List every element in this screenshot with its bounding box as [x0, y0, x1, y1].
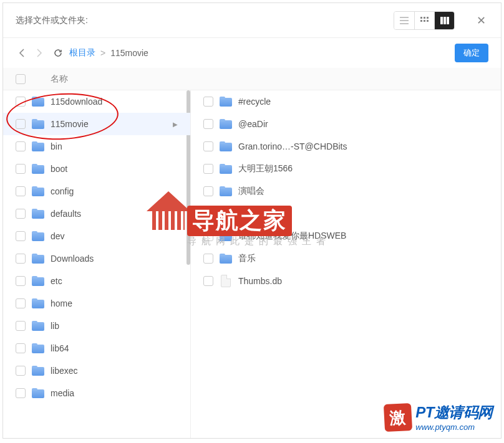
folder-icon — [32, 343, 44, 353]
row-checkbox[interactable] — [203, 209, 213, 219]
left-row-3[interactable]: boot — [3, 158, 190, 180]
row-label: libexec — [51, 366, 178, 376]
row-checkbox[interactable] — [16, 164, 26, 174]
folder-icon — [32, 276, 44, 286]
nav-forward-button[interactable] — [33, 47, 46, 59]
row-label: home — [51, 298, 178, 308]
right-row-8[interactable]: Thumbs.db — [191, 270, 501, 292]
left-row-8[interactable]: etc — [3, 270, 190, 292]
row-checkbox[interactable] — [203, 164, 213, 174]
left-row-12[interactable]: libexec — [3, 360, 190, 382]
left-row-2[interactable]: bin — [3, 135, 190, 158]
left-row-4[interactable]: config — [3, 180, 190, 202]
left-row-5[interactable]: defaults — [3, 202, 190, 225]
left-row-1[interactable]: 115movie▶ — [3, 113, 190, 135]
row-label: 演唱会 — [238, 186, 488, 197]
row-label: bin — [51, 141, 178, 151]
row-checkbox[interactable] — [203, 254, 213, 264]
dialog-title: 选择文件或文件夹: — [16, 15, 394, 26]
svg-rect-8 — [427, 20, 429, 22]
folder-icon — [220, 141, 232, 151]
left-row-6[interactable]: dev — [3, 225, 190, 247]
left-row-13[interactable]: media — [3, 382, 190, 404]
left-row-7[interactable]: Downloads — [3, 247, 190, 270]
row-checkbox[interactable] — [16, 321, 26, 331]
row-checkbox[interactable] — [203, 119, 213, 129]
row-checkbox[interactable] — [203, 186, 213, 196]
svg-rect-5 — [427, 17, 429, 19]
svg-rect-10 — [443, 17, 446, 24]
row-label: Thumbs.db — [238, 276, 488, 286]
confirm-button[interactable]: 确定 — [455, 44, 488, 62]
row-checkbox[interactable] — [16, 254, 26, 264]
right-row-2[interactable]: Gran.torino…-ST@CHDBits — [191, 135, 501, 158]
left-row-9[interactable]: home — [3, 292, 190, 315]
close-button[interactable]: ✕ — [473, 13, 488, 28]
left-row-10[interactable]: lib — [3, 315, 190, 337]
row-checkbox[interactable] — [16, 298, 26, 308]
row-checkbox[interactable] — [16, 209, 26, 219]
right-row-1[interactable]: @eaDir — [191, 113, 501, 135]
row-label: lib64 — [51, 343, 178, 353]
left-row-0[interactable]: 115download — [3, 90, 190, 113]
row-checkbox[interactable] — [16, 231, 26, 241]
view-toggle-group — [394, 11, 455, 30]
chevron-right-icon — [36, 49, 42, 57]
content-area: 115download115movie▶binbootconfigdefault… — [3, 90, 501, 438]
row-label: Gran.torino…-ST@CHDBits — [238, 141, 488, 151]
view-columns-button[interactable] — [434, 12, 454, 29]
row-label: config — [51, 186, 178, 196]
folder-icon — [220, 231, 232, 241]
left-row-11[interactable]: lib64 — [3, 337, 190, 360]
row-label: 115movie — [51, 119, 169, 129]
folder-icon — [220, 119, 232, 129]
view-grid-button[interactable] — [414, 12, 434, 29]
folder-icon — [32, 141, 44, 151]
row-checkbox[interactable] — [203, 276, 213, 286]
right-row-7[interactable]: 音乐 — [191, 247, 501, 270]
row-label: 音乐 — [238, 253, 488, 264]
breadcrumb-separator: > — [100, 48, 105, 58]
row-checkbox[interactable] — [16, 97, 26, 107]
row-label: @eaDir — [238, 119, 488, 129]
toolbar: 根目录 > 115movie 确定 — [3, 38, 501, 68]
row-label: etc — [51, 276, 178, 286]
column-header-row: 名称 — [3, 68, 501, 90]
right-row-6[interactable]: 谁都知道我爱你最HDSWEB — [191, 225, 501, 247]
right-row-3[interactable]: 大明王朝1566 — [191, 158, 501, 180]
folder-icon — [32, 231, 44, 241]
row-checkbox[interactable] — [203, 231, 213, 241]
folder-icon — [32, 298, 44, 308]
svg-rect-7 — [424, 20, 425, 22]
row-checkbox[interactable] — [203, 141, 213, 151]
row-checkbox[interactable] — [16, 276, 26, 286]
refresh-button[interactable] — [53, 48, 63, 58]
select-all-checkbox[interactable] — [16, 74, 26, 84]
right-column: #recycle@eaDirGran.torino…-ST@CHDBits大明王… — [190, 90, 501, 438]
right-row-5[interactable]: 电影 — [191, 202, 501, 225]
view-list-button[interactable] — [394, 12, 414, 29]
row-checkbox[interactable] — [16, 119, 26, 129]
row-checkbox[interactable] — [16, 186, 26, 196]
folder-icon — [32, 321, 44, 331]
row-checkbox[interactable] — [203, 97, 213, 107]
breadcrumb-root[interactable]: 根目录 — [69, 47, 95, 59]
nav-back-button[interactable] — [16, 47, 28, 59]
refresh-icon — [53, 48, 63, 58]
row-label: boot — [51, 164, 178, 174]
folder-icon — [32, 254, 44, 264]
row-checkbox[interactable] — [16, 366, 26, 376]
folder-icon — [32, 164, 44, 174]
folder-icon — [32, 119, 44, 129]
row-label: 谁都知道我爱你最HDSWEB — [238, 231, 488, 242]
folder-icon — [32, 209, 44, 219]
dialog-header: 选择文件或文件夹: ✕ — [3, 3, 501, 38]
row-checkbox[interactable] — [16, 343, 26, 353]
folder-icon — [220, 164, 232, 174]
row-checkbox[interactable] — [16, 388, 26, 398]
row-label: 115download — [51, 97, 178, 107]
right-row-0[interactable]: #recycle — [191, 90, 501, 113]
row-checkbox[interactable] — [16, 141, 26, 151]
folder-icon — [220, 254, 232, 264]
right-row-4[interactable]: 演唱会 — [191, 180, 501, 202]
